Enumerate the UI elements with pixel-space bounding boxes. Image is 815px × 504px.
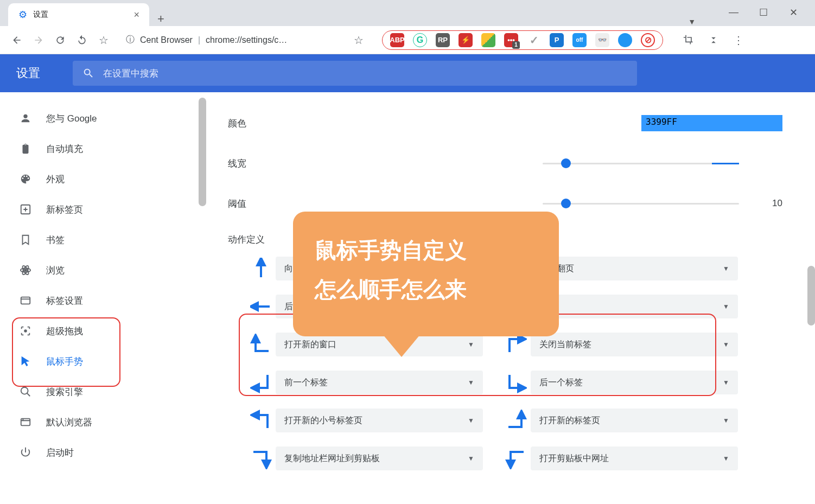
extension-colorful-icon[interactable]	[481, 33, 495, 47]
arrow-up-left-icon	[250, 409, 272, 432]
color-row: 颜色 3399FF	[228, 103, 782, 143]
gesture-select-label: 打开新的窗口	[284, 339, 336, 350]
gesture-row-4: 打开新的小号标签页 ▼ 打开新的标签页 ▼	[250, 409, 782, 432]
chevron-down-icon: ▼	[723, 455, 729, 462]
extension-off-icon[interactable]: off	[572, 33, 587, 47]
gesture-select-label: 打开新的标签页	[539, 415, 600, 426]
chevrons-icon[interactable]	[706, 33, 721, 47]
gesture-row-3: 前一个标签 ▼ 后一个标签 ▼	[250, 371, 782, 394]
speech-line2: 怎么顺手怎么来	[315, 270, 537, 309]
chevron-down-icon: ▼	[723, 341, 729, 348]
bookmark-star-button[interactable]: ☆	[97, 33, 111, 47]
threshold-slider[interactable]: 10	[543, 198, 782, 209]
arrow-down-left-icon	[250, 371, 272, 394]
gesture-select-label: 前一个标签	[284, 377, 328, 388]
back-button[interactable]	[10, 33, 24, 47]
browser-tab[interactable]: ⚙ 设置 ×	[8, 3, 149, 26]
close-tab-icon[interactable]: ×	[133, 9, 139, 21]
sidebar-item-5[interactable]: 浏览	[0, 255, 206, 285]
gesture-select[interactable]: 前一个标签 ▼	[276, 371, 483, 394]
settings-title: 设置	[16, 65, 40, 81]
sidebar-item-label: 书签	[46, 234, 65, 246]
arrow-up-right-icon	[505, 333, 527, 356]
close-window-button[interactable]: ✕	[788, 7, 799, 18]
gesture-select-label: 打开剪贴板中网址	[539, 453, 609, 464]
svg-point-8	[21, 387, 28, 394]
sidebar-item-label: 搜索引擎	[46, 386, 83, 398]
svg-point-7	[24, 330, 27, 332]
sidebar-item-label: 超级拖拽	[46, 325, 83, 337]
reload-button[interactable]	[53, 33, 67, 47]
extension-rp-icon[interactable]: RP	[436, 33, 450, 47]
extension-noscript-icon[interactable]: ⊘	[641, 33, 655, 47]
extension-blue-icon[interactable]	[618, 33, 632, 47]
gesture-select[interactable]: 向下翻页 ▼	[531, 257, 738, 280]
menu-icon[interactable]: ⋮	[731, 33, 746, 47]
undo-button[interactable]	[75, 33, 89, 47]
extension-flash-icon[interactable]: ⚡	[459, 33, 473, 47]
gesture-select[interactable]: 打开剪贴板中网址 ▼	[531, 446, 738, 470]
sidebar-item-10[interactable]: 默认浏览器	[0, 407, 206, 437]
gesture-select[interactable]: 关闭当前标签 ▼	[531, 333, 738, 356]
sidebar-item-8[interactable]: 鼠标手势	[0, 346, 206, 377]
gesture-select-label: 复制地址栏网址到剪贴板	[284, 453, 380, 464]
omnibox[interactable]: ⓘ Cent Browser|chrome://settings/c…	[118, 30, 346, 50]
chevron-down-icon: ▼	[468, 379, 474, 386]
power-icon	[19, 446, 32, 459]
minimize-button[interactable]: —	[728, 7, 739, 18]
svg-point-0	[23, 114, 27, 118]
sidebar-item-9[interactable]: 搜索引擎	[0, 377, 206, 407]
linewidth-label: 线宽	[228, 157, 293, 170]
atom-icon	[19, 264, 32, 277]
settings-sidebar: 您与 Google自动填充外观新标签页书签浏览标签设置超级拖拽鼠标手势搜索引擎默…	[0, 92, 206, 504]
tab-title: 设置	[33, 10, 48, 20]
gesture-select[interactable]: 复制地址栏网址到剪贴板 ▼	[276, 446, 483, 470]
sidebar-item-0[interactable]: 您与 Google	[0, 103, 206, 133]
arrow-right-down-icon	[250, 447, 272, 470]
content-scrollbar[interactable]	[807, 266, 815, 326]
sidebar-item-label: 浏览	[46, 264, 65, 277]
person-icon	[19, 112, 32, 125]
sidebar-item-label: 标签设置	[46, 295, 83, 307]
arrow-left-up-icon	[250, 333, 272, 356]
extension-adblock-icon[interactable]: ABP	[390, 33, 404, 47]
extension-lastpass-icon[interactable]: •••	[504, 33, 518, 47]
sidebar-item-2[interactable]: 外观	[0, 164, 206, 194]
gesture-cell-3-1: 后一个标签 ▼	[505, 371, 738, 394]
gesture-cell-3-0: 前一个标签 ▼	[250, 371, 483, 394]
search-placeholder: 在设置中搜索	[103, 67, 158, 80]
chevron-down-icon: ▼	[723, 303, 729, 310]
sidebar-item-4[interactable]: 书签	[0, 225, 206, 255]
extension-p-icon[interactable]: P	[550, 33, 564, 47]
sidebar-item-3[interactable]: 新标签页	[0, 194, 206, 225]
gesture-select[interactable]: 打开新的小号标签页 ▼	[276, 409, 483, 432]
sidebar-item-label: 启动时	[46, 446, 74, 459]
gesture-select[interactable]: 前进 ▼	[531, 295, 738, 318]
star-icon[interactable]: ☆	[354, 34, 364, 47]
linewidth-slider[interactable]	[543, 163, 782, 164]
cursor-icon	[19, 355, 32, 368]
gesture-select[interactable]: 打开新的标签页 ▼	[531, 409, 738, 432]
sidebar-item-11[interactable]: 启动时	[0, 437, 206, 468]
color-value-input[interactable]: 3399FF	[641, 115, 782, 131]
arrow-down-right-icon	[505, 371, 527, 394]
plus-box-icon	[19, 203, 32, 216]
sidebar-item-7[interactable]: 超级拖拽	[0, 316, 206, 346]
maximize-button[interactable]: ☐	[758, 7, 769, 18]
tab-overflow-icon[interactable]: ▼	[688, 17, 696, 26]
speech-bubble-annotation: 鼠标手势自定义 怎么顺手怎么来	[293, 212, 559, 336]
extension-check-icon[interactable]: ✓	[527, 33, 541, 47]
settings-search-input[interactable]: 在设置中搜索	[73, 61, 637, 86]
extension-grammarly-icon[interactable]: G	[413, 33, 427, 47]
sidebar-item-1[interactable]: 自动填充	[0, 133, 206, 164]
sidebar-item-6[interactable]: 标签设置	[0, 285, 206, 316]
crop-icon[interactable]	[682, 33, 696, 47]
gesture-select[interactable]: 后一个标签 ▼	[531, 371, 738, 394]
sidebar-scrollbar[interactable]	[199, 98, 206, 206]
browser-toolbar: ☆ ⓘ Cent Browser|chrome://settings/c… ☆ …	[0, 26, 815, 54]
window-controls: — ☐ ✕	[728, 0, 815, 24]
new-tab-button[interactable]: +	[157, 12, 164, 26]
extension-incognito-icon[interactable]: 👓	[595, 33, 609, 47]
search-icon	[19, 385, 32, 398]
forward-button[interactable]	[31, 33, 46, 47]
